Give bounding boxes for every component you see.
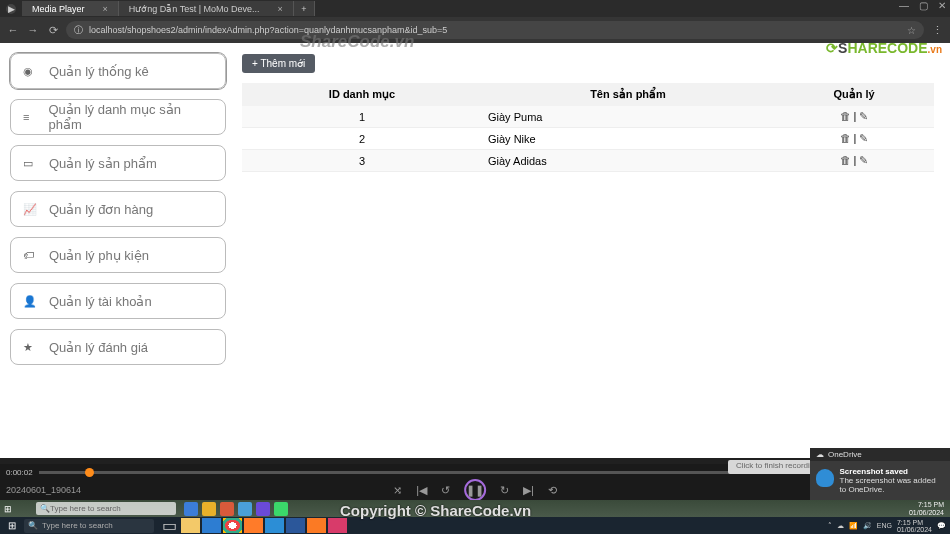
elapsed-time: 0:00:02 bbox=[6, 468, 33, 477]
explorer-icon[interactable] bbox=[181, 518, 200, 533]
firefox-icon[interactable] bbox=[244, 518, 263, 533]
close-button[interactable]: ✕ bbox=[938, 0, 946, 11]
onedrive-toast[interactable]: ☁OneDrive Screenshot savedThe screenshot… bbox=[810, 448, 950, 500]
task-view-icon[interactable]: ▭ bbox=[160, 518, 179, 533]
xampp-icon[interactable] bbox=[307, 518, 326, 533]
sidebar-item-label: Quản lý đánh giá bbox=[49, 340, 148, 355]
window-titlebar: ▶ Media Player× Hướng Dẫn Test | MoMo De… bbox=[0, 0, 950, 17]
admin-sidebar: ◉Quản lý thống kê ≡Quản lý danh mục sản … bbox=[0, 43, 236, 458]
tab-media-player[interactable]: Media Player× bbox=[22, 1, 119, 16]
prev-icon[interactable]: |◀ bbox=[416, 484, 427, 497]
sidebar-item-label: Quản lý sản phẩm bbox=[49, 156, 157, 171]
sidebar-item-label: Quản lý tài khoản bbox=[49, 294, 152, 309]
search-box-blur[interactable]: 🔍 Type here to search bbox=[36, 502, 176, 515]
browser-tabs: Media Player× Hướng Dẫn Test | MoMo Deve… bbox=[22, 1, 315, 16]
chart-icon: 📈 bbox=[23, 203, 41, 216]
start-icon[interactable]: ⊞ bbox=[4, 504, 12, 514]
tray-chevron-icon[interactable]: ˄ bbox=[828, 522, 832, 530]
sidebar-item-phukien[interactable]: 🏷Quản lý phụ kiện bbox=[10, 237, 226, 273]
toast-app: OneDrive bbox=[828, 450, 862, 459]
back-button[interactable]: ← bbox=[6, 24, 20, 36]
media-title: 20240601_190614 bbox=[6, 485, 81, 495]
chrome-icon[interactable] bbox=[223, 518, 242, 533]
add-button[interactable]: + Thêm mới bbox=[242, 54, 315, 73]
toast-header: ☁OneDrive bbox=[810, 448, 950, 461]
main-panel: + Thêm mới ID danh mục Tên sản phẩm Quản… bbox=[236, 43, 950, 458]
edit-icon[interactable]: ✎ bbox=[859, 154, 868, 166]
table-row: 2 Giày Nike 🗑 | ✎ bbox=[242, 128, 934, 150]
table-row: 1 Giày Puma 🗑 | ✎ bbox=[242, 106, 934, 128]
wifi-icon[interactable]: 📶 bbox=[849, 522, 858, 530]
close-icon[interactable]: × bbox=[103, 4, 108, 14]
watermark-top: ShareCode.vn bbox=[300, 32, 414, 52]
app-icon[interactable] bbox=[274, 502, 288, 516]
app-icon[interactable] bbox=[238, 502, 252, 516]
taskbar-search[interactable]: 🔍 Type here to search bbox=[24, 519, 154, 533]
delete-icon[interactable]: 🗑 bbox=[840, 132, 851, 144]
app-icon[interactable] bbox=[184, 502, 198, 516]
cell-id: 1 bbox=[242, 106, 482, 128]
minimize-button[interactable]: — bbox=[899, 0, 909, 11]
col-id-header: ID danh mục bbox=[242, 83, 482, 106]
sidebar-item-label: Quản lý thống kê bbox=[49, 64, 149, 79]
forward-icon[interactable]: ↻ bbox=[500, 484, 509, 497]
notification-icon[interactable]: 💬 bbox=[937, 522, 946, 530]
app-icon[interactable] bbox=[256, 502, 270, 516]
category-table: ID danh mục Tên sản phẩm Quản lý 1 Giày … bbox=[242, 83, 934, 172]
new-tab-button[interactable]: + bbox=[294, 1, 315, 16]
next-icon[interactable]: ▶| bbox=[523, 484, 534, 497]
sidebar-item-sanpham[interactable]: ▭Quản lý sản phẩm bbox=[10, 145, 226, 181]
cell-id: 3 bbox=[242, 150, 482, 172]
reload-button[interactable]: ⟳ bbox=[46, 24, 60, 37]
browser-toolbar: ← → ⟳ ⓘ localhost/shopshoes2/admin/index… bbox=[0, 17, 950, 43]
cloud-icon bbox=[816, 469, 834, 487]
close-icon[interactable]: × bbox=[278, 4, 283, 14]
rewind-icon[interactable]: ↺ bbox=[441, 484, 450, 497]
seek-handle[interactable] bbox=[85, 468, 94, 477]
edge-icon[interactable] bbox=[202, 518, 221, 533]
lang-icon[interactable]: ENG bbox=[877, 522, 892, 529]
maximize-button[interactable]: ▢ bbox=[919, 0, 928, 11]
media-icon[interactable] bbox=[328, 518, 347, 533]
start-button[interactable]: ⊞ bbox=[4, 518, 20, 534]
forward-button[interactable]: → bbox=[26, 24, 40, 36]
sidebar-item-danhmuc[interactable]: ≡Quản lý danh mục sản phẩm bbox=[10, 99, 226, 135]
delete-icon[interactable]: 🗑 bbox=[840, 110, 851, 122]
windows-taskbar: ⊞ 🔍 Type here to search ▭ ˄ ☁ 📶 🔊 ENG 7:… bbox=[0, 517, 950, 534]
app-icon: ▶ bbox=[6, 4, 16, 14]
search-placeholder: Type here to search bbox=[50, 504, 121, 513]
volume-tray-icon[interactable]: 🔊 bbox=[863, 522, 872, 530]
cell-name: Giày Nike bbox=[482, 128, 774, 150]
sidebar-item-taikhoan[interactable]: 👤Quản lý tài khoản bbox=[10, 283, 226, 319]
system-tray[interactable]: ˄ ☁ 📶 🔊 ENG 7:15 PM01/06/2024 💬 bbox=[828, 519, 946, 533]
sidebar-item-label: Quản lý đơn hàng bbox=[49, 202, 153, 217]
bookmark-icon[interactable]: ☆ bbox=[907, 25, 916, 36]
vscode-icon[interactable] bbox=[265, 518, 284, 533]
play-pause-button[interactable]: ❚❚ bbox=[464, 479, 486, 501]
list-icon: ≡ bbox=[23, 111, 40, 123]
address-bar[interactable]: ⓘ localhost/shopshoes2/admin/indexAdmin.… bbox=[66, 21, 924, 39]
tab-momo[interactable]: Hướng Dẫn Test | MoMo Deve...× bbox=[119, 1, 294, 16]
edit-icon[interactable]: ✎ bbox=[859, 132, 868, 144]
site-info-icon[interactable]: ⓘ bbox=[74, 24, 83, 37]
sidebar-item-danhgia[interactable]: ★Quản lý đánh giá bbox=[10, 329, 226, 365]
search-placeholder: Type here to search bbox=[42, 521, 113, 530]
app-icon[interactable] bbox=[202, 502, 216, 516]
repeat-icon[interactable]: ⟲ bbox=[548, 484, 557, 497]
word-icon[interactable] bbox=[286, 518, 305, 533]
sidebar-item-label: Quản lý danh mục sản phẩm bbox=[48, 102, 213, 132]
sidebar-item-thongke[interactable]: ◉Quản lý thống kê bbox=[10, 53, 226, 89]
sidebar-item-donhang[interactable]: 📈Quản lý đơn hàng bbox=[10, 191, 226, 227]
onedrive-tray-icon[interactable]: ☁ bbox=[837, 522, 844, 530]
star-icon: ★ bbox=[23, 341, 41, 354]
extensions-icon[interactable]: ⋮ bbox=[930, 24, 944, 37]
delete-icon[interactable]: 🗑 bbox=[840, 154, 851, 166]
app-icon[interactable] bbox=[220, 502, 234, 516]
user-icon: 👤 bbox=[23, 295, 41, 308]
edit-icon[interactable]: ✎ bbox=[859, 110, 868, 122]
media-control-bar: 20240601_190614 ⤨ |◀ ↺ ❚❚ ↻ ▶| ⟲ ✎ ❚❚ ● … bbox=[0, 480, 950, 500]
cell-id: 2 bbox=[242, 128, 482, 150]
onedrive-icon: ☁ bbox=[816, 450, 824, 459]
clock[interactable]: 7:15 PM01/06/2024 bbox=[897, 519, 932, 533]
shuffle-icon[interactable]: ⤨ bbox=[393, 484, 402, 497]
